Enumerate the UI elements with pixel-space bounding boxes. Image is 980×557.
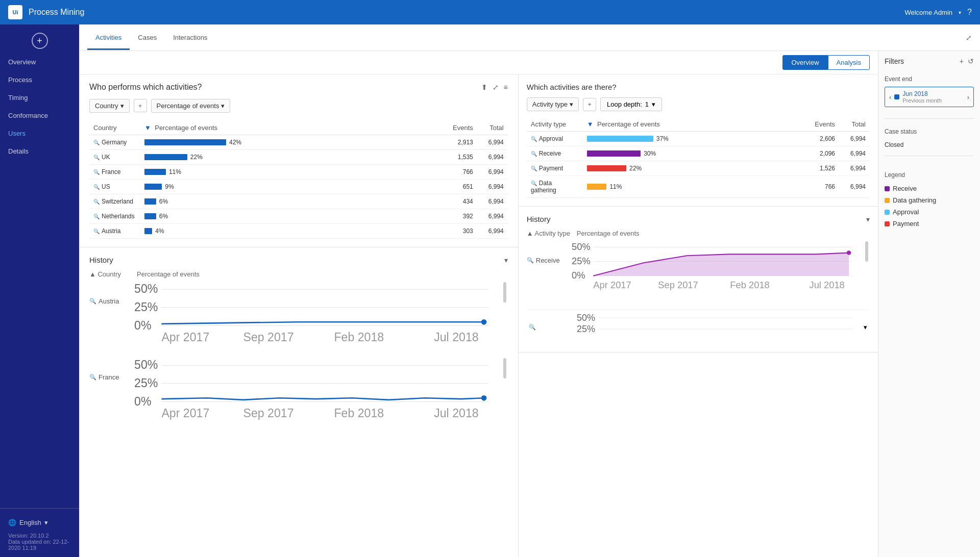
search-icon-row[interactable]: 🔍 (93, 214, 100, 219)
filters-actions: + ↺ (960, 57, 974, 65)
sidebar-item-timing[interactable]: Timing (0, 89, 79, 107)
topbar: Ui Process Mining Welcome Admin ▾ ? (0, 0, 980, 24)
col-events: Events (447, 121, 477, 135)
svg-text:50%: 50% (134, 359, 158, 372)
activity-type-pill[interactable]: Activity type ▾ (527, 97, 579, 111)
france-scroll[interactable] (502, 358, 508, 378)
nav-right-icon[interactable]: › (967, 93, 969, 101)
legend-dot (885, 186, 890, 191)
add-activity-filter-button[interactable]: + (583, 98, 596, 111)
divider-2 (885, 156, 974, 156)
pct-cell: 42% (140, 135, 447, 150)
expand-icon[interactable]: ⤢ (966, 34, 972, 42)
pct-pill-chevron: ▾ (221, 102, 225, 110)
search-icon-france[interactable]: 🔍 (89, 374, 96, 381)
search-icon-austria[interactable]: 🔍 (89, 298, 96, 305)
loop-chevron: ▾ (652, 100, 655, 108)
filters-title: Filters (885, 57, 904, 65)
sidebar-item-conformance[interactable]: Conformance (0, 107, 79, 124)
search-icon-row[interactable]: 🔍 (93, 184, 100, 190)
activities-section: Which activities are there? Activity typ… (519, 74, 878, 207)
sidebar-add-button[interactable]: + (32, 33, 48, 49)
france-label[interactable]: 🔍 France (89, 358, 130, 381)
filters-panel: Filters + ↺ Event end ‹ Jun 2018 Previou… (878, 51, 980, 557)
search-icon-row[interactable]: 🔍 (93, 229, 100, 234)
act-col-pct: ▼ Percentage of events (583, 117, 808, 132)
search-icon-act[interactable]: 🔍 (531, 166, 537, 171)
reset-filter-icon[interactable]: ↺ (968, 57, 974, 65)
svg-text:Apr 2017: Apr 2017 (161, 407, 209, 420)
add-filter-button[interactable]: + (134, 99, 147, 112)
nav-left-icon[interactable]: ‹ (889, 93, 891, 101)
austria-scroll[interactable] (502, 282, 508, 302)
events-cell: 434 (447, 194, 477, 209)
act-col-type: Activity type (527, 117, 583, 132)
section-header: Who performs which activities? ⬆ ⤢ ≡ (89, 83, 508, 92)
search-icon-receive[interactable]: 🔍 (527, 257, 534, 264)
search-icon-act[interactable]: 🔍 (531, 151, 537, 157)
second-activity-scroll-chevron[interactable]: ▾ (864, 323, 870, 331)
receive-scroll[interactable] (864, 241, 870, 262)
svg-text:Jul 2018: Jul 2018 (434, 407, 478, 420)
total-cell: 6,994 (477, 165, 508, 180)
pill-chevron: ▾ (120, 102, 124, 110)
svg-point-6 (481, 319, 487, 325)
svg-text:Feb 2018: Feb 2018 (334, 331, 384, 344)
search-icon-act[interactable]: 🔍 (531, 181, 537, 186)
activity-type-cell: 🔍Receive (527, 146, 583, 161)
svg-text:0%: 0% (134, 319, 151, 332)
tab-cases[interactable]: Cases (130, 26, 165, 50)
language-selector[interactable]: 🌐 English ▾ (8, 515, 71, 530)
country-cell: 🔍Austria (89, 224, 140, 239)
sidebar-item-overview[interactable]: Overview (0, 53, 79, 71)
right-history-collapse-icon[interactable]: ▾ (866, 215, 870, 223)
pct-filter-pill[interactable]: Percentage of events ▾ (151, 99, 231, 113)
svg-point-29 (847, 250, 851, 255)
country-table: Country ▼ Percentage of events Events (89, 121, 508, 239)
search-icon-act[interactable]: 🔍 (531, 136, 537, 142)
sidebar-item-details[interactable]: Details (0, 142, 79, 160)
add-filter-icon[interactable]: + (960, 57, 964, 65)
pct-cell: 22% (140, 150, 447, 165)
right-history-header[interactable]: History ▾ (527, 215, 870, 223)
country-filter-pill[interactable]: Country ▾ (89, 99, 130, 113)
search-icon-row[interactable]: 🔍 (93, 140, 100, 145)
receive-label[interactable]: 🔍 Receive (527, 241, 568, 264)
expand-section-icon[interactable]: ⤢ (493, 83, 499, 91)
svg-text:25%: 25% (134, 300, 158, 314)
bottom-history-header[interactable]: History ▾ (89, 256, 508, 264)
bottom-history-section: History ▾ ▲ Country Percentage of events (79, 247, 518, 443)
menu-icon[interactable]: ≡ (504, 83, 508, 91)
share-icon[interactable]: ⬆ (481, 83, 487, 91)
pct-cell: 6% (140, 209, 447, 224)
act-pct-cell: 37% (583, 132, 808, 146)
table-row: 🔍Data gathering 11% 766 6,994 (527, 176, 870, 198)
search-icon-row[interactable]: 🔍 (93, 169, 100, 175)
search-icon-row[interactable]: 🔍 (93, 199, 100, 205)
table-row: 🔍Receive 30% 2,096 6,994 (527, 146, 870, 161)
analysis-button[interactable]: Analysis (828, 55, 870, 70)
austria-label[interactable]: 🔍 Austria (89, 282, 130, 305)
act-total-cell: 6,994 (839, 161, 870, 176)
act-events-cell: 2,096 (808, 146, 839, 161)
legend-label-text: Approval (893, 208, 919, 216)
table-row: 🔍Approval 37% 2,606 6,994 (527, 132, 870, 146)
lang-chevron: ▾ (44, 519, 48, 526)
account-chevron[interactable]: ▾ (959, 10, 961, 15)
event-end-selector[interactable]: ‹ Jun 2018 Previous month › (885, 87, 974, 107)
tabs-bar: Activities Cases Interactions ⤢ (79, 24, 980, 51)
right-panel: Which activities are there? Activity typ… (519, 74, 878, 557)
sidebar-item-users[interactable]: Users (0, 124, 79, 142)
help-icon[interactable]: ? (967, 8, 972, 17)
version-text: Version: 20.10.2 (8, 533, 71, 539)
search-icon-row[interactable]: 🔍 (93, 155, 100, 160)
section-title: Who performs which activities? (89, 83, 202, 92)
sidebar-item-process[interactable]: Process (0, 71, 79, 89)
events-cell: 766 (447, 165, 477, 180)
overview-button[interactable]: Overview (782, 55, 827, 70)
tab-activities[interactable]: Activities (87, 26, 130, 50)
svg-text:50%: 50% (572, 241, 591, 252)
loop-depth-pill[interactable]: Loop depth: 1 ▾ (600, 97, 662, 111)
tab-interactions[interactable]: Interactions (165, 26, 215, 50)
history-collapse-icon[interactable]: ▾ (504, 256, 508, 264)
